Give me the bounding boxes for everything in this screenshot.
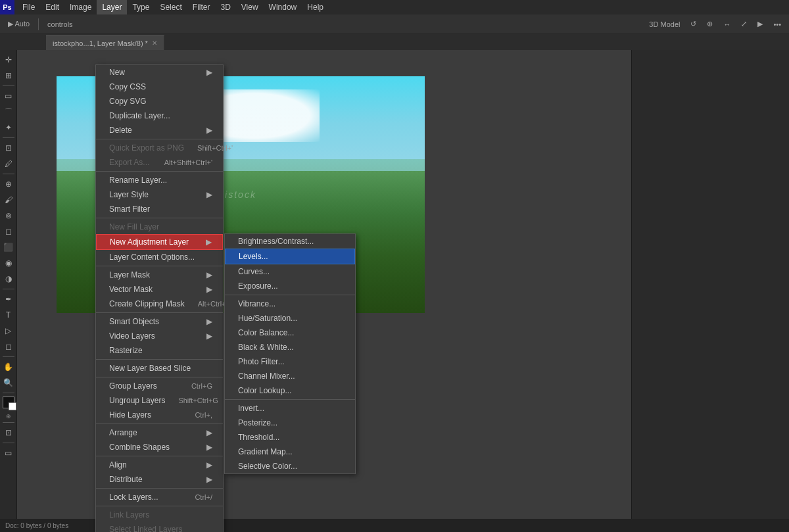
submenu-item-channel-mixer[interactable]: Channel Mixer... <box>225 369 355 383</box>
menu-item-rasterize[interactable]: Rasterize <box>96 343 223 358</box>
menu-3d[interactable]: 3D <box>215 0 235 14</box>
toolbar-icon-5[interactable]: ▶ <box>753 18 767 30</box>
menu-type[interactable]: Type <box>127 0 155 14</box>
menu-separator-1 <box>96 139 223 139</box>
toolbar-auto[interactable]: ▶ Auto <box>4 18 34 30</box>
menu-item-layer-style[interactable]: Layer Style ▶ <box>96 187 223 202</box>
toolbar-icon-2[interactable]: ⊕ <box>703 18 717 30</box>
menu-layer[interactable]: Layer <box>97 0 127 14</box>
options-bar: ▶ Auto controls 3D Model ↺ ⊕ ↔ ⤢ ▶ ••• <box>0 14 789 34</box>
menu-item-clipping-mask[interactable]: Create Clipping Mask Alt+Ctrl+G <box>96 297 223 311</box>
menu-filter[interactable]: Filter <box>187 0 216 14</box>
tool-screenmode[interactable]: ▭ <box>1 446 16 460</box>
menu-item-smart-filter[interactable]: Smart Filter <box>96 202 223 216</box>
menu-item-distribute[interactable]: Distribute ▶ <box>96 472 223 487</box>
submenu-item-threshold[interactable]: Threshold... <box>225 430 355 445</box>
submenu-item-hue-saturation[interactable]: Hue/Saturation... <box>225 311 355 326</box>
submenu-item-curves[interactable]: Curves... <box>225 264 355 279</box>
submenu-item-color-balance[interactable]: Color Balance... <box>225 326 355 340</box>
menu-file[interactable]: File <box>17 0 40 14</box>
menu-edit[interactable]: Edit <box>40 0 64 14</box>
tool-text[interactable]: T <box>1 308 16 322</box>
menu-item-align[interactable]: Align ▶ <box>96 458 223 472</box>
tool-separator-6 <box>3 393 14 393</box>
tool-quickmask[interactable]: ⊡ <box>1 425 16 440</box>
menu-item-copy-css[interactable]: Copy CSS <box>96 80 223 94</box>
arrow-icon: ▶ <box>206 331 212 341</box>
menu-separator-8 <box>96 423 223 424</box>
menu-item-arrange[interactable]: Arrange ▶ <box>96 425 223 440</box>
arrow-icon: ▶ <box>206 270 212 279</box>
menu-item-hide-layers[interactable]: Hide Layers Ctrl+, <box>96 408 223 422</box>
menu-select[interactable]: Select <box>155 0 187 14</box>
menu-view[interactable]: View <box>236 0 264 14</box>
tool-select[interactable]: ✦ <box>1 120 16 135</box>
submenu-item-invert[interactable]: Invert... <box>225 401 355 416</box>
menu-item-video-layers[interactable]: Video Layers ▶ <box>96 329 223 343</box>
menu-item-new-fill: New Fill Layer <box>96 220 223 234</box>
tool-lasso[interactable]: ⌒ <box>1 105 16 119</box>
menu-separator-10 <box>96 488 223 489</box>
tool-separator-3 <box>3 174 14 174</box>
tool-move[interactable]: ✛ <box>1 53 16 67</box>
tool-shape[interactable]: ◻ <box>1 339 16 354</box>
tool-stamp[interactable]: ⊚ <box>1 208 16 223</box>
tool-pen[interactable]: ✒ <box>1 292 16 306</box>
tab-close-button[interactable]: ✕ <box>152 39 157 47</box>
tool-blur[interactable]: ◉ <box>1 256 16 270</box>
menu-item-rename[interactable]: Rename Layer... <box>96 173 223 187</box>
menu-item-lock-layers[interactable]: Lock Layers... Ctrl+/ <box>96 490 223 504</box>
toolbar-icon-1[interactable]: ↺ <box>686 18 700 30</box>
tool-hand[interactable]: ✋ <box>1 360 16 374</box>
menu-item-combine-shapes[interactable]: Combine Shapes ▶ <box>96 440 223 454</box>
tool-eyedropper[interactable]: 🖊 <box>1 157 16 171</box>
menu-item-new-adjustment[interactable]: New Adjustment Layer ▶ Brightness/Contra… <box>96 234 223 250</box>
tool-eraser[interactable]: ◻ <box>1 224 16 239</box>
document-tab[interactable]: istockpho...1, Layer Mask/8) * ✕ <box>46 36 164 50</box>
submenu-item-brightness-contrast[interactable]: Brightness/Contrast... <box>225 234 355 249</box>
menu-item-vector-mask[interactable]: Vector Mask ▶ <box>96 282 223 297</box>
color-mode-icons[interactable]: ⊕ <box>6 413 11 420</box>
main-layout: ✛ ⊞ ▭ ⌒ ✦ ⊡ 🖊 ⊕ 🖌 ⊚ ◻ ⬛ ◉ ◑ ✒ T ▷ ◻ ✋ 🔍 … <box>0 50 789 532</box>
foreground-color[interactable] <box>3 397 14 408</box>
submenu-item-selective-color[interactable]: Selective Color... <box>225 459 355 473</box>
menu-item-smart-objects[interactable]: Smart Objects ▶ <box>96 314 223 329</box>
menu-separator-4 <box>96 266 223 266</box>
toolbar-icon-4[interactable]: ⤢ <box>737 18 751 30</box>
submenu-item-gradient-map[interactable]: Gradient Map... <box>225 445 355 459</box>
toolbar-icon-3[interactable]: ↔ <box>719 19 734 30</box>
submenu-item-photo-filter[interactable]: Photo Filter... <box>225 354 355 369</box>
submenu-item-posterize[interactable]: Posterize... <box>225 416 355 430</box>
toolbar-ellipsis[interactable]: ••• <box>769 19 785 30</box>
toolbar-3d-model[interactable]: 3D Model <box>645 19 684 30</box>
tool-path[interactable]: ▷ <box>1 324 16 338</box>
menu-window[interactable]: Window <box>264 0 302 14</box>
tool-fill[interactable]: ⬛ <box>1 240 16 254</box>
tool-zoom[interactable]: 🔍 <box>1 375 16 390</box>
menu-image[interactable]: Image <box>64 0 97 14</box>
background-color[interactable] <box>9 402 16 410</box>
tool-artboard[interactable]: ⊞ <box>1 68 16 83</box>
menu-item-copy-svg[interactable]: Copy SVG <box>96 94 223 109</box>
menu-item-duplicate[interactable]: Duplicate Layer... <box>96 109 223 123</box>
tool-dodge[interactable]: ◑ <box>1 272 16 286</box>
menu-item-delete[interactable]: Delete ▶ <box>96 123 223 137</box>
menu-item-layer-content[interactable]: Layer Content Options... <box>96 250 223 264</box>
menu-separator-11 <box>96 506 223 506</box>
menu-help[interactable]: Help <box>302 0 329 14</box>
tool-brush[interactable]: 🖌 <box>1 193 16 207</box>
tool-heal[interactable]: ⊕ <box>1 177 16 191</box>
menu-item-layer-mask[interactable]: Layer Mask ▶ <box>96 268 223 282</box>
menu-item-new-layer-based-slice[interactable]: New Layer Based Slice <box>96 361 223 375</box>
menu-item-ungroup-layers[interactable]: Ungroup Layers Shift+Ctrl+G <box>96 393 223 408</box>
submenu-item-levels[interactable]: Levels... <box>225 249 355 264</box>
submenu-item-black-white[interactable]: Black & White... <box>225 340 355 354</box>
menu-item-export-as: Export As... Alt+Shift+Ctrl+' <box>96 155 223 170</box>
tool-marquee[interactable]: ▭ <box>1 89 16 103</box>
submenu-item-exposure[interactable]: Exposure... <box>225 279 355 293</box>
menu-item-new[interactable]: New ▶ <box>96 65 223 80</box>
menu-item-group-layers[interactable]: Group Layers Ctrl+G <box>96 379 223 393</box>
tool-crop[interactable]: ⊡ <box>1 141 16 155</box>
submenu-item-vibrance[interactable]: Vibrance... <box>225 297 355 311</box>
submenu-item-color-lookup[interactable]: Color Lookup... <box>225 383 355 398</box>
